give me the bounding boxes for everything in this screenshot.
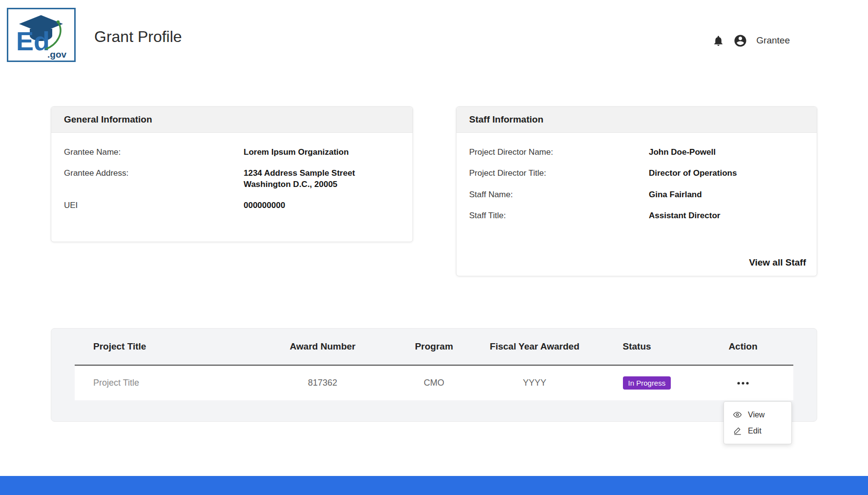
- projects-table-card: Project Title Award Number Program Fisca…: [51, 328, 817, 422]
- svg-text:.gov: .gov: [47, 49, 66, 60]
- staff-name-value: Gina Fairland: [649, 189, 804, 200]
- cell-award-number: 817362: [247, 365, 398, 400]
- cell-project-title: Project Title: [75, 365, 247, 400]
- eye-icon: [733, 410, 742, 419]
- staff-name-label: Staff Name:: [469, 189, 649, 200]
- edit-icon: [733, 426, 742, 435]
- projects-table-header-row: Project Title Award Number Program Fisca…: [75, 329, 793, 365]
- account-icon[interactable]: [733, 34, 747, 48]
- app-header: Ed .gov Grant Profile Grantee: [0, 0, 868, 62]
- cell-program: CMO: [398, 365, 470, 400]
- project-director-title-row: Project Director Title: Director of Oper…: [469, 167, 804, 179]
- user-role-label[interactable]: Grantee: [756, 35, 790, 46]
- cell-fiscal-year: YYYY: [470, 365, 599, 400]
- uei-label: UEI: [64, 200, 244, 211]
- grantee-name-label: Grantee Name:: [64, 146, 244, 158]
- header-actions: Grantee: [712, 32, 790, 49]
- table-row: Project Title 817362 CMO YYYY In Progres…: [75, 365, 793, 400]
- ed-gov-logo-icon: Ed .gov: [8, 9, 74, 61]
- col-header-status: Status: [599, 329, 693, 365]
- projects-table-wrap: Project Title Award Number Program Fisca…: [75, 329, 793, 400]
- address-line-1: 1234 Address Sample Street: [244, 167, 400, 179]
- page-title: Grant Profile: [94, 29, 182, 44]
- grantee-name-value: Lorem Ipsum Organization: [244, 146, 400, 158]
- project-director-name-value: John Doe-Powell: [649, 146, 804, 158]
- footer-bar: [0, 476, 868, 495]
- staff-information-title: Staff Information: [456, 107, 817, 133]
- grant-profile-page: Ed .gov Grant Profile Grantee General In: [0, 0, 868, 495]
- staff-name-row: Staff Name: Gina Fairland: [469, 189, 804, 200]
- menu-item-view-label: View: [748, 411, 765, 419]
- projects-table: Project Title Award Number Program Fisca…: [75, 329, 793, 400]
- general-information-body: Grantee Name: Lorem Ipsum Organization G…: [51, 133, 413, 211]
- cell-status: In Progress: [599, 365, 693, 400]
- project-director-title-label: Project Director Title:: [469, 167, 649, 179]
- project-director-name-label: Project Director Name:: [469, 146, 649, 158]
- menu-item-edit-label: Edit: [748, 427, 762, 435]
- cell-action: [693, 365, 793, 400]
- col-header-program: Program: [398, 329, 470, 365]
- status-badge: In Progress: [623, 376, 671, 390]
- grantee-address-value: 1234 Address Sample Street Washington D.…: [244, 167, 400, 190]
- staff-information-body: Project Director Name: John Doe-Powell P…: [456, 133, 817, 221]
- uei-row: UEI 000000000: [64, 200, 400, 211]
- uei-value: 000000000: [244, 200, 400, 211]
- staff-title-row: Staff Title: Assistant Director: [469, 210, 804, 221]
- staff-information-card: Staff Information Project Director Name:…: [456, 106, 817, 276]
- general-information-title: General Information: [51, 107, 413, 133]
- more-actions-icon[interactable]: [733, 378, 753, 389]
- grantee-name-row: Grantee Name: Lorem Ipsum Organization: [64, 146, 400, 158]
- bell-icon[interactable]: [712, 35, 724, 47]
- svg-text:Ed: Ed: [16, 26, 50, 56]
- col-header-project-title: Project Title: [75, 329, 247, 365]
- col-header-fiscal-year: Fiscal Year Awarded: [470, 329, 599, 365]
- view-all-staff-link[interactable]: View all Staff: [749, 257, 806, 268]
- grantee-address-row: Grantee Address: 1234 Address Sample Str…: [64, 167, 400, 190]
- menu-item-view[interactable]: View: [724, 407, 791, 423]
- menu-item-edit[interactable]: Edit: [724, 423, 791, 439]
- action-dropdown-menu: View Edit: [723, 401, 792, 444]
- col-header-action: Action: [693, 329, 793, 365]
- general-information-card: General Information Grantee Name: Lorem …: [51, 106, 413, 242]
- staff-title-value: Assistant Director: [649, 210, 804, 221]
- ed-gov-logo[interactable]: Ed .gov: [7, 8, 76, 62]
- grantee-address-label: Grantee Address:: [64, 167, 244, 190]
- staff-title-label: Staff Title:: [469, 210, 649, 221]
- project-director-name-row: Project Director Name: John Doe-Powell: [469, 146, 804, 158]
- address-line-2: Washington D.C., 20005: [244, 179, 400, 190]
- project-director-title-value: Director of Operations: [649, 167, 804, 179]
- col-header-award-number: Award Number: [247, 329, 398, 365]
